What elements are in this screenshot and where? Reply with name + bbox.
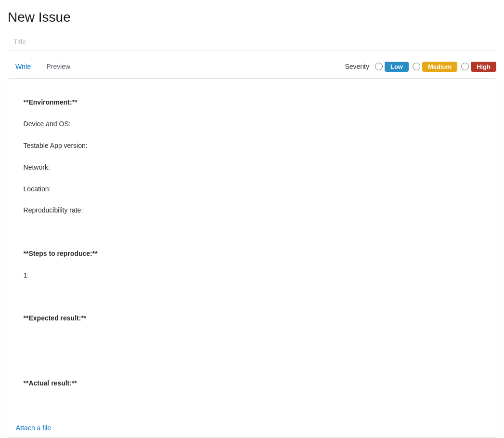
severity-low-badge[interactable]: Low — [385, 62, 409, 72]
reproducibility-line: Reproducibility rate: — [24, 206, 83, 214]
severity-medium-radio[interactable] — [413, 63, 420, 70]
title-input[interactable] — [8, 33, 496, 51]
page-title: New Issue — [8, 10, 496, 25]
severity-low-option[interactable]: Low — [375, 62, 409, 72]
device-os-line: Device and OS: — [24, 120, 71, 128]
steps-heading: **Steps to reproduce:** — [24, 250, 98, 257]
editor-container: **Environment:** Device and OS: Testable… — [8, 78, 496, 438]
severity-medium-option[interactable]: Medium — [413, 62, 457, 72]
network-line: Network: — [24, 163, 50, 171]
attach-file-link[interactable]: Attach a file — [16, 424, 51, 432]
severity-high-badge[interactable]: High — [471, 62, 496, 72]
toolbar: Write Preview Severity Low Medium High — [8, 59, 496, 74]
severity-medium-badge[interactable]: Medium — [422, 62, 457, 72]
severity-high-radio[interactable] — [461, 63, 469, 70]
tab-preview[interactable]: Preview — [39, 59, 78, 74]
app-version-line: Testable App version: — [24, 142, 88, 149]
tab-write[interactable]: Write — [8, 59, 39, 74]
attach-area: Attach a file — [8, 418, 496, 438]
severity-high-option[interactable]: High — [461, 62, 496, 72]
actual-result-heading: **Actual result:** — [24, 379, 77, 387]
location-line: Location: — [24, 185, 51, 193]
severity-group: Severity Low Medium High — [345, 62, 496, 72]
env-heading: **Environment:** — [24, 98, 78, 106]
severity-label: Severity — [345, 63, 369, 70]
editor-body[interactable]: **Environment:** Device and OS: Testable… — [8, 79, 496, 418]
expected-result-heading: **Expected result:** — [24, 314, 87, 322]
tab-group: Write Preview — [8, 59, 78, 74]
severity-low-radio[interactable] — [375, 63, 383, 70]
step-1-line: 1. — [24, 271, 29, 279]
